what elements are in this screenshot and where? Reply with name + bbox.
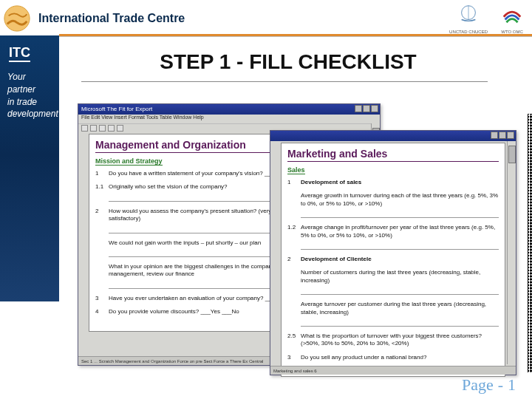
question-row: Average growth in turnover during each o… [287, 192, 499, 218]
brand-name: International Trade Centre [38, 12, 185, 25]
partner-wto: WTO OMC [501, 3, 523, 34]
q-num [95, 263, 109, 289]
question-row: 1Development of sales [287, 179, 499, 186]
section-heading: Marketing and Sales [287, 148, 499, 162]
q-text: Average turnover per customer during the… [301, 301, 486, 315]
partner-label: UNCTAD CNUCED [449, 30, 488, 34]
vertical-scrollbar[interactable] [507, 141, 516, 364]
sidebar-mark-text: ITC [9, 46, 30, 62]
q-text: Originally who set the vision of the com… [109, 183, 228, 190]
q-num: 1.1 [95, 183, 109, 201]
brand-block: International Trade Centre [0, 4, 207, 33]
minimize-icon[interactable] [355, 105, 362, 112]
q-num: 3 [95, 295, 109, 302]
toolbar-icon[interactable] [90, 125, 97, 132]
answer-line [301, 242, 499, 250]
q-num: 1.2 [287, 224, 301, 250]
document-page: Marketing and Sales Sales 1Development o… [281, 143, 505, 377]
answer-line [301, 211, 499, 218]
toolbar-icon[interactable] [81, 125, 88, 132]
answer-line [301, 319, 499, 327]
tagline-line: in trade [7, 96, 52, 109]
toolbar-icon[interactable] [117, 125, 123, 132]
wto-emblem-icon [501, 3, 523, 25]
partner-logos: UNCTAD CNUCED WTO OMC [449, 3, 523, 34]
header-bar: International Trade Centre UNCTAD CNUCED… [0, 0, 532, 34]
q-num: 4 [95, 308, 109, 316]
q-text: Development of Clientele [301, 256, 372, 262]
un-emblem-icon [457, 3, 480, 25]
close-icon[interactable] [507, 132, 514, 139]
question-row: 2Development of Clientele [287, 256, 499, 263]
q-text: What is the proportion of turnover with … [301, 332, 499, 348]
window-title: Microsoft The Fit for Export [81, 106, 152, 112]
workspace: Microsoft The Fit for Export File Edit V… [78, 103, 521, 377]
menu-bar[interactable]: File Edit View Insert Format Tools Table… [78, 115, 380, 123]
answer-line [301, 287, 499, 295]
q-text: Do you sell any product under a national… [301, 354, 499, 361]
document-window-marketing: Marketing and Sales Sales 1Development o… [270, 130, 516, 375]
partner-unctad: UNCTAD CNUCED [449, 3, 488, 34]
page-number: 1 [508, 375, 516, 395]
question-row: 1.2Average change in profit/turnover per… [287, 224, 499, 250]
q-num [287, 301, 301, 327]
sidebar: ITC Your partner in trade development [0, 35, 59, 301]
sidebar-tagline: Your partner in trade development [7, 71, 52, 120]
subsection-heading: Sales [287, 166, 305, 174]
q-num: 1 [287, 179, 301, 186]
question-row: 2.5What is the proportion of turnover wi… [287, 332, 499, 348]
q-num [287, 192, 301, 218]
slide-title: STEP 1 - FILL CHECKLIST [44, 50, 532, 74]
q-num: 2.5 [287, 332, 301, 348]
tagline-line: Your partner [7, 71, 52, 96]
maximize-icon[interactable] [363, 105, 370, 112]
window-titlebar[interactable] [270, 131, 516, 141]
maximize-icon[interactable] [499, 132, 506, 139]
q-num: 3 [287, 354, 301, 361]
status-bar: Marketing and sales 6 [270, 366, 516, 375]
q-text: Average growth in turnover during each o… [301, 192, 498, 206]
partner-label: WTO OMC [501, 30, 523, 34]
checker-pattern [528, 114, 532, 372]
q-text: Average change in profit/turnover per ye… [301, 224, 495, 238]
q-text: We could not gain worth the inputs – put… [109, 239, 261, 246]
q-num [95, 239, 109, 257]
toolbar-icon[interactable] [108, 125, 115, 132]
close-icon[interactable] [371, 105, 378, 112]
sidebar-mark: ITC [9, 46, 59, 62]
question-row: Number of customers during the last thre… [287, 269, 499, 295]
q-num: 1 [95, 170, 109, 177]
toolbar-icon[interactable] [99, 125, 106, 132]
window-titlebar[interactable]: Microsoft The Fit for Export [78, 104, 380, 115]
globe-icon [3, 4, 31, 33]
q-num [287, 269, 301, 295]
title-underline [81, 81, 488, 82]
q-text: Number of customers during the last thre… [301, 269, 480, 283]
q-text: Development of sales [301, 179, 361, 185]
header-rule-thin [59, 36, 532, 37]
page-word: Page [462, 375, 494, 395]
minimize-icon[interactable] [491, 132, 498, 139]
question-row: 3Do you sell any product under a nationa… [287, 354, 499, 361]
page-indicator: Page - 1 [462, 375, 516, 395]
tagline-line: development [7, 108, 52, 120]
q-num: 2 [95, 208, 109, 233]
svg-point-0 [4, 6, 30, 31]
scroll-thumb[interactable] [508, 146, 516, 163]
subsection-heading: Mission and Strategy [95, 157, 163, 166]
question-row: Average turnover per customer during the… [287, 301, 499, 327]
q-num: 2 [287, 256, 301, 263]
